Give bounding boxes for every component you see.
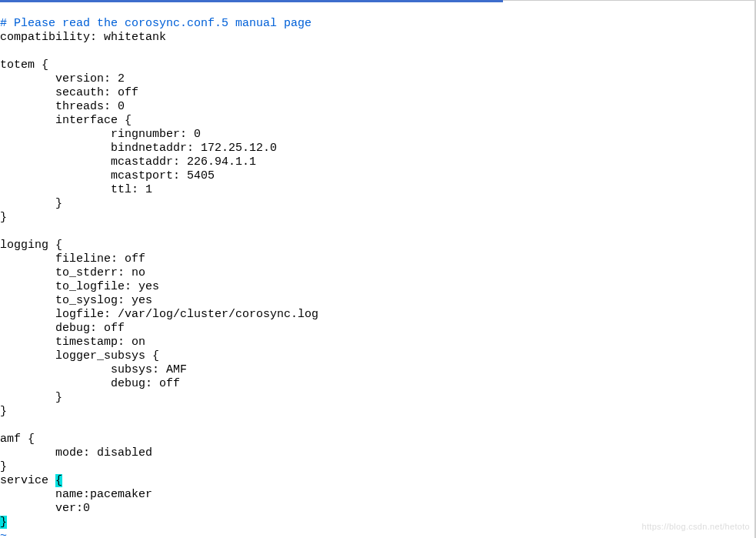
- config-line: fileline: off: [0, 252, 145, 266]
- config-line: to_logfile: yes: [0, 280, 159, 293]
- watermark-text: https://blog.csdn.net/hetoto: [642, 522, 751, 532]
- config-line: bindnetaddr: 172.25.12.0: [0, 142, 277, 155]
- progress-bar: [0, 0, 503, 2]
- config-line: ringnumber: 0: [0, 128, 201, 141]
- config-line: amf {: [0, 433, 35, 446]
- config-line: }: [0, 405, 7, 418]
- highlighted-brace: {: [55, 474, 62, 487]
- config-line: logfile: /var/log/cluster/corosync.log: [0, 308, 318, 321]
- config-line: to_stderr: no: [0, 266, 145, 279]
- config-line: mcastaddr: 226.94.1.1: [0, 155, 256, 169]
- config-line: to_syslog: yes: [0, 294, 152, 307]
- config-line: }: [0, 391, 62, 404]
- config-line: debug: off: [0, 322, 125, 335]
- config-line: mcastport: 5405: [0, 169, 215, 182]
- config-line: totem {: [0, 58, 48, 72]
- config-line: subsys: AMF: [0, 363, 187, 376]
- config-line: }: [0, 460, 7, 473]
- config-line: mode: disabled: [0, 446, 152, 459]
- config-line: secauth: off: [0, 86, 138, 99]
- config-line: interface {: [0, 114, 132, 127]
- config-line: service {: [0, 474, 62, 487]
- config-line: ttl: 1: [0, 183, 152, 196]
- config-line: }: [0, 197, 62, 210]
- config-line: logging {: [0, 239, 62, 252]
- comment-line: # Please read the corosync.conf.5 manual…: [0, 17, 311, 30]
- config-line: version: 2: [0, 72, 125, 85]
- config-line: compatibility: whitetank: [0, 31, 166, 44]
- config-line: }: [0, 211, 7, 224]
- config-line: ver:0: [0, 502, 90, 515]
- cursor-position: }: [0, 516, 7, 529]
- config-line: logger_subsys {: [0, 349, 159, 363]
- editor-content[interactable]: # Please read the corosync.conf.5 manual…: [0, 0, 756, 538]
- progress-bar-track: [503, 0, 754, 1]
- service-prefix: service: [0, 474, 55, 487]
- config-line: debug: off: [0, 377, 180, 390]
- config-line: threads: 0: [0, 100, 125, 113]
- config-line: name:pacemaker: [0, 488, 152, 501]
- vim-tilde: ~: [0, 530, 7, 538]
- config-line: timestamp: on: [0, 336, 145, 349]
